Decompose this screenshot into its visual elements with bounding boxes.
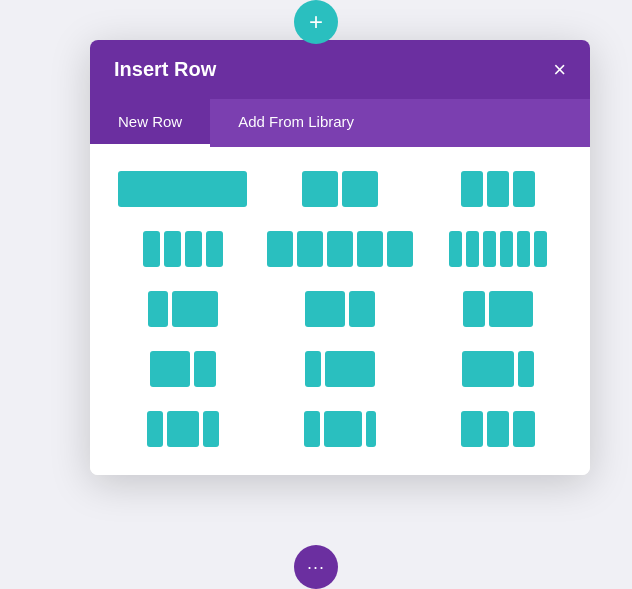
col-block: [194, 351, 216, 387]
col-block: [483, 231, 496, 267]
col-block: [487, 171, 509, 207]
col-block: [489, 291, 533, 327]
col-block: [325, 351, 375, 387]
layout-2-1col[interactable]: [267, 291, 413, 327]
col-block: [534, 231, 547, 267]
col-block: [327, 231, 353, 267]
insert-row-modal: Insert Row × New Row Add From Library: [90, 40, 590, 475]
ellipsis-icon: ···: [307, 557, 325, 578]
modal-title: Insert Row: [114, 58, 216, 81]
col-block: [305, 291, 345, 327]
col-block: [302, 171, 338, 207]
modal-close-button[interactable]: ×: [553, 59, 566, 81]
modal-tabs: New Row Add From Library: [90, 99, 590, 147]
col-block: [461, 411, 483, 447]
layout-1-2col[interactable]: [118, 291, 247, 327]
col-block: [517, 231, 530, 267]
layout-3col[interactable]: [433, 171, 562, 207]
add-top-button[interactable]: +: [294, 0, 338, 44]
col-block: [487, 411, 509, 447]
tab-new-row[interactable]: New Row: [90, 99, 210, 147]
col-block: [357, 231, 383, 267]
col-block: [513, 171, 535, 207]
col-block: [449, 231, 462, 267]
col-block: [147, 411, 163, 447]
col-block: [203, 411, 219, 447]
layout-grid: [90, 147, 590, 475]
more-options-button[interactable]: ···: [294, 545, 338, 589]
col-block: [206, 231, 223, 267]
col-block: [305, 351, 321, 387]
col-block: [342, 171, 378, 207]
col-block: [267, 231, 293, 267]
col-block: [500, 231, 513, 267]
col-block: [463, 291, 485, 327]
layout-1col[interactable]: [118, 171, 247, 207]
col-block: [143, 231, 160, 267]
layout-4col[interactable]: [118, 231, 247, 267]
layout-thin-wide-thin[interactable]: [118, 411, 247, 447]
col-block: [304, 411, 320, 447]
col-block: [518, 351, 534, 387]
col-block: [164, 231, 181, 267]
layout-unequal-3col[interactable]: [433, 411, 562, 447]
col-block: [349, 291, 375, 327]
col-block: [167, 411, 199, 447]
col-block: [366, 411, 376, 447]
layout-wide-thin[interactable]: [433, 351, 562, 387]
modal-header: Insert Row ×: [90, 40, 590, 99]
col-block: [118, 171, 247, 207]
layout-3-1col[interactable]: [118, 351, 247, 387]
col-block: [185, 231, 202, 267]
layout-thin-wide[interactable]: [267, 351, 413, 387]
col-block: [324, 411, 362, 447]
col-block: [387, 231, 413, 267]
col-block: [172, 291, 218, 327]
col-block: [297, 231, 323, 267]
col-block: [148, 291, 168, 327]
col-block: [461, 171, 483, 207]
tab-add-from-library[interactable]: Add From Library: [210, 99, 382, 147]
plus-icon: +: [309, 8, 323, 36]
col-block: [150, 351, 190, 387]
col-block: [462, 351, 514, 387]
layout-5col[interactable]: [267, 231, 413, 267]
layout-6col[interactable]: [433, 231, 562, 267]
col-block: [513, 411, 535, 447]
layout-2col[interactable]: [267, 171, 413, 207]
layout-1-3-1-variant[interactable]: [267, 411, 413, 447]
col-block: [466, 231, 479, 267]
layout-1-3col[interactable]: [433, 291, 562, 327]
